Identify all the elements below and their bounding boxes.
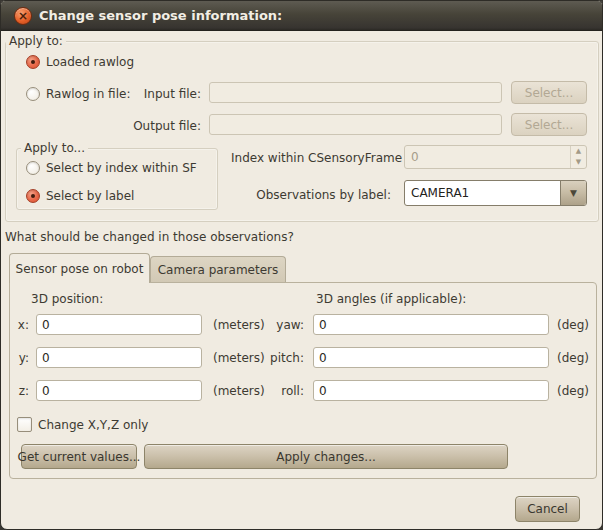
input-file-field[interactable] bbox=[209, 82, 502, 103]
angles-header: 3D angles (if applicable): bbox=[316, 292, 466, 306]
output-file-label: Output file: bbox=[111, 119, 201, 133]
pitch-label: pitch: bbox=[256, 351, 304, 365]
tab-sensor-pose[interactable]: Sensor pose on robot bbox=[9, 253, 150, 283]
pitch-field[interactable] bbox=[313, 347, 549, 368]
question-label: What should be changed in those observat… bbox=[5, 230, 294, 244]
roll-label: roll: bbox=[256, 384, 304, 398]
change-xyz-only-checkbox[interactable] bbox=[17, 417, 32, 432]
spinner-down-icon[interactable]: ▼ bbox=[571, 157, 586, 168]
spinner-up-icon[interactable]: ▲ bbox=[571, 146, 586, 157]
yaw-field[interactable] bbox=[313, 314, 549, 335]
titlebar[interactable]: × Change sensor pose information: bbox=[1, 1, 602, 31]
input-file-label: Input file: bbox=[121, 87, 201, 101]
apply-to-subgroup-label: Apply to... bbox=[21, 141, 88, 155]
z-field[interactable] bbox=[36, 380, 202, 401]
close-button[interactable]: × bbox=[14, 7, 32, 25]
x-field[interactable] bbox=[36, 314, 202, 335]
chevron-down-icon: ▼ bbox=[570, 189, 577, 198]
tab-sensor-pose-label: Sensor pose on robot bbox=[16, 262, 144, 276]
dialog-window: × Change sensor pose information: Apply … bbox=[0, 0, 603, 530]
z-label: z: bbox=[11, 384, 29, 398]
index-within-csensoryframe-label: Index within CSensoryFrame bbox=[231, 151, 391, 165]
index-spinner-value: 0 bbox=[411, 150, 419, 164]
y-field[interactable] bbox=[36, 347, 202, 368]
index-spinner-buttons: ▲ ▼ bbox=[570, 146, 586, 168]
radio-loaded-rawlog[interactable] bbox=[26, 55, 40, 69]
apply-changes-button[interactable]: Apply changes... bbox=[144, 444, 508, 469]
yaw-unit-label: (deg) bbox=[557, 318, 589, 332]
index-spinner[interactable]: 0 ▲ ▼ bbox=[404, 145, 587, 169]
output-file-field[interactable] bbox=[209, 114, 502, 135]
radio-select-by-index[interactable] bbox=[26, 161, 40, 175]
tab-camera-parameters-label: Camera parameters bbox=[158, 263, 279, 277]
radio-rawlog-in-file-label: Rawlog in file: bbox=[46, 87, 130, 101]
apply-to-group-label: Apply to: bbox=[6, 34, 66, 48]
get-current-values-button[interactable]: Get current values... bbox=[21, 444, 137, 469]
roll-field[interactable] bbox=[313, 380, 549, 401]
position-header: 3D position: bbox=[31, 292, 103, 306]
tab-camera-parameters[interactable]: Camera parameters bbox=[150, 256, 286, 282]
observations-by-label-label: Observations by label: bbox=[231, 188, 391, 202]
roll-unit-label: (deg) bbox=[557, 384, 589, 398]
window-title: Change sensor pose information: bbox=[39, 8, 282, 23]
combobox-dropdown-button[interactable]: ▼ bbox=[560, 181, 586, 205]
radio-rawlog-in-file[interactable] bbox=[26, 87, 40, 101]
observations-combobox-value: CAMERA1 bbox=[411, 186, 469, 200]
pitch-unit-label: (deg) bbox=[557, 351, 589, 365]
y-label: y: bbox=[11, 351, 29, 365]
radio-select-by-label-label: Select by label bbox=[46, 189, 134, 203]
change-xyz-only-label: Change X,Y,Z only bbox=[38, 418, 148, 432]
yaw-label: yaw: bbox=[256, 318, 304, 332]
observations-combobox[interactable]: CAMERA1 ▼ bbox=[404, 180, 587, 206]
radio-loaded-rawlog-label: Loaded rawlog bbox=[46, 55, 134, 69]
radio-select-by-index-label: Select by index within SF bbox=[46, 161, 197, 175]
x-label: x: bbox=[11, 318, 29, 332]
cancel-button[interactable]: Cancel bbox=[515, 496, 580, 522]
close-icon: × bbox=[15, 8, 31, 24]
output-file-select-button[interactable]: Select... bbox=[511, 113, 587, 136]
radio-select-by-label[interactable] bbox=[26, 189, 40, 203]
input-file-select-button[interactable]: Select... bbox=[511, 81, 587, 104]
